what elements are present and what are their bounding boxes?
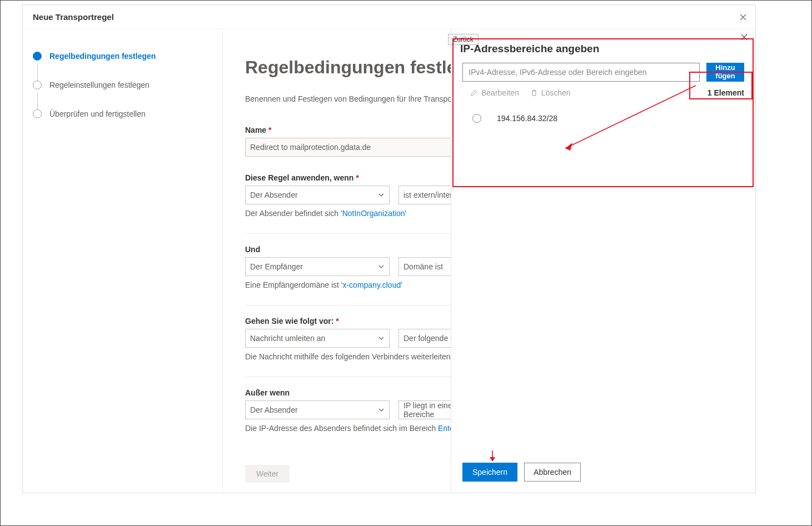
step-label: Regeleinstellungen festlegen <box>49 81 150 89</box>
next-button[interactable]: Weiter <box>245 465 290 483</box>
cancel-button[interactable]: Abbrechen <box>524 463 581 482</box>
panel-heading: IP-Adressbereiche angeben <box>460 43 755 55</box>
step-indicator-icon <box>33 52 42 61</box>
chevron-down-icon <box>378 263 385 270</box>
ip-ranges-panel: Zurück IP-Adressbereiche angeben IPv4-Ad… <box>451 29 755 493</box>
window-header: Neue Transportregel <box>23 5 755 29</box>
window-title: Neue Transportregel <box>33 12 114 22</box>
except-left-select[interactable]: Der Absender <box>245 400 390 419</box>
edit-action[interactable]: Bearbeiten <box>470 88 519 97</box>
step-conditions[interactable]: Regelbedingungen festlegen <box>33 52 209 61</box>
chevron-down-icon <box>378 335 385 342</box>
step-indicator-icon <box>33 81 42 89</box>
do-left-select[interactable]: Nachricht umleiten an <box>245 329 390 348</box>
delete-action[interactable]: Löschen <box>530 88 571 97</box>
element-count: 1 Element <box>708 88 744 97</box>
save-button[interactable]: Speichern <box>462 463 517 482</box>
modal-window: Neue Transportregel Regelbedingungen fes… <box>22 4 756 493</box>
apply-when-left-select[interactable]: Der Absender <box>245 186 390 204</box>
step-review[interactable]: Überprüfen und fertigstellen <box>33 109 209 118</box>
edit-icon <box>470 89 478 97</box>
step-settings[interactable]: Regeleinstellungen festlegen <box>33 81 209 89</box>
close-icon[interactable] <box>741 34 748 41</box>
list-item[interactable]: 194.156.84.32/28 <box>472 114 744 123</box>
step-label: Regelbedingungen festlegen <box>49 52 156 61</box>
wizard-steps: Regelbedingungen festlegen Regeleinstell… <box>23 29 223 493</box>
ip-value: 194.156.84.32/28 <box>497 114 557 123</box>
add-button[interactable]: Hinzu fügen <box>706 63 744 82</box>
close-icon[interactable] <box>736 11 750 24</box>
and-left-select[interactable]: Der Empfänger <box>245 257 390 276</box>
ip-list: 194.156.84.32/28 <box>451 97 755 123</box>
step-label: Überprüfen und fertigstellen <box>49 109 146 118</box>
trash-icon <box>530 89 538 97</box>
ip-input[interactable]: IPv4-Adresse, IPv6-Adresse oder Bereich … <box>462 63 700 82</box>
chevron-down-icon <box>378 407 385 413</box>
chevron-down-icon <box>378 192 385 198</box>
step-indicator-icon <box>33 109 42 118</box>
back-button[interactable]: Zurück <box>448 34 479 45</box>
annotation-arrow-icon <box>487 449 498 464</box>
radio-icon[interactable] <box>472 114 481 123</box>
